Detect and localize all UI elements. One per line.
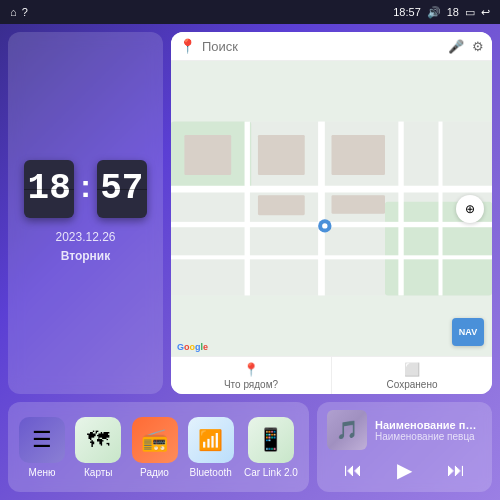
svg-point-16 <box>322 223 327 228</box>
status-bar: ⌂ ? 18:57 🔊 18 ▭ ↩ <box>0 0 500 24</box>
svg-rect-13 <box>332 135 386 175</box>
prev-button[interactable]: ⏮ <box>338 458 368 483</box>
battery-icon: ▭ <box>465 6 475 19</box>
map-search-actions: 🎤 ⚙ <box>448 39 484 54</box>
svg-rect-5 <box>171 255 492 259</box>
maps-app-icon: 🗺 <box>75 417 121 463</box>
music-artist: Наименование певца <box>375 431 482 442</box>
microphone-icon[interactable]: 🎤 <box>448 39 464 54</box>
album-art-image: 🎵 <box>327 410 367 450</box>
clock-hours: 18 <box>24 160 74 218</box>
music-info: 🎵 Наименование песни Наименование певца <box>327 410 482 450</box>
status-left-icons: ⌂ ? <box>10 6 28 18</box>
clock-date: 2023.12.26 Вторник <box>55 228 115 266</box>
battery-level: 18 <box>447 6 459 18</box>
map-svg <box>171 61 492 356</box>
play-button[interactable]: ▶ <box>391 456 418 484</box>
music-text: Наименование песни Наименование певца <box>375 419 482 442</box>
clock-date-value: 2023.12.26 <box>55 228 115 247</box>
bluetooth-app-icon: 📶 <box>188 417 234 463</box>
radio-app-icon: 📻 <box>132 417 178 463</box>
map-tabs: 📍 Что рядом? ⬜ Сохранено <box>171 356 492 394</box>
app-item-menu[interactable]: ☰ Меню <box>19 417 65 478</box>
app-label-bluetooth: Bluetooth <box>190 467 232 478</box>
saved-icon: ⬜ <box>404 362 420 377</box>
main-area: 18 : 57 2023.12.26 Вторник 📍 🎤 ⚙ <box>0 24 500 500</box>
navigate-button[interactable]: NAV <box>452 318 484 346</box>
svg-rect-7 <box>318 122 325 296</box>
google-logo: Google <box>177 342 208 352</box>
nearby-icon: 📍 <box>243 362 259 377</box>
map-tab-saved[interactable]: ⬜ Сохранено <box>332 357 492 394</box>
home-icon[interactable]: ⌂ <box>10 6 17 18</box>
map-canvas: ⊕ NAV Google <box>171 61 492 356</box>
svg-rect-9 <box>439 122 443 296</box>
map-tab-saved-label: Сохранено <box>387 379 438 390</box>
zoom-icon[interactable]: ⊕ <box>456 195 484 223</box>
top-section: 18 : 57 2023.12.26 Вторник 📍 🎤 ⚙ <box>8 32 492 394</box>
album-art: 🎵 <box>327 410 367 450</box>
map-widget: 📍 🎤 ⚙ <box>171 32 492 394</box>
music-widget: 🎵 Наименование песни Наименование певца … <box>317 402 492 492</box>
app-label-maps: Карты <box>84 467 113 478</box>
app-item-bluetooth[interactable]: 📶 Bluetooth <box>188 417 234 478</box>
music-title: Наименование песни <box>375 419 482 431</box>
volume-icon: 🔊 <box>427 6 441 19</box>
svg-rect-12 <box>258 195 305 215</box>
svg-rect-10 <box>184 135 231 175</box>
svg-rect-3 <box>171 186 492 193</box>
clock-minutes: 57 <box>97 160 147 218</box>
map-pin-icon: 📍 <box>179 38 196 54</box>
svg-rect-4 <box>171 222 492 227</box>
map-tab-nearby[interactable]: 📍 Что рядом? <box>171 357 332 394</box>
app-bar: ☰ Меню 🗺 Карты 📻 Радио 📶 Bluetooth 📱 <box>8 402 309 492</box>
device-frame: ⌂ ? 18:57 🔊 18 ▭ ↩ 18 : 57 2023.12.26 Вт… <box>0 0 500 500</box>
clock-day: Вторник <box>55 247 115 266</box>
svg-rect-6 <box>245 122 250 296</box>
menu-app-icon: ☰ <box>19 417 65 463</box>
app-label-menu: Меню <box>29 467 56 478</box>
music-controls: ⏮ ▶ ⏭ <box>327 456 482 484</box>
question-icon[interactable]: ? <box>22 6 28 18</box>
app-item-carlink[interactable]: 📱 Car Link 2.0 <box>244 417 298 478</box>
bottom-section: ☰ Меню 🗺 Карты 📻 Радио 📶 Bluetooth 📱 <box>8 402 492 492</box>
app-label-radio: Радио <box>140 467 169 478</box>
map-search-input[interactable] <box>202 39 442 54</box>
settings-icon[interactable]: ⚙ <box>472 39 484 54</box>
back-icon[interactable]: ↩ <box>481 6 490 19</box>
map-search-bar: 📍 🎤 ⚙ <box>171 32 492 61</box>
svg-rect-8 <box>398 122 403 296</box>
clock-widget: 18 : 57 2023.12.26 Вторник <box>8 32 163 394</box>
map-tab-nearby-label: Что рядом? <box>224 379 278 390</box>
next-button[interactable]: ⏭ <box>441 458 471 483</box>
app-item-maps[interactable]: 🗺 Карты <box>75 417 121 478</box>
flip-clock: 18 : 57 <box>24 160 147 218</box>
carlink-app-icon: 📱 <box>248 417 294 463</box>
app-item-radio[interactable]: 📻 Радио <box>132 417 178 478</box>
svg-rect-11 <box>258 135 305 175</box>
app-label-carlink: Car Link 2.0 <box>244 467 298 478</box>
clock-separator: : <box>80 168 91 205</box>
time-display: 18:57 <box>393 6 421 18</box>
svg-rect-14 <box>332 195 386 214</box>
